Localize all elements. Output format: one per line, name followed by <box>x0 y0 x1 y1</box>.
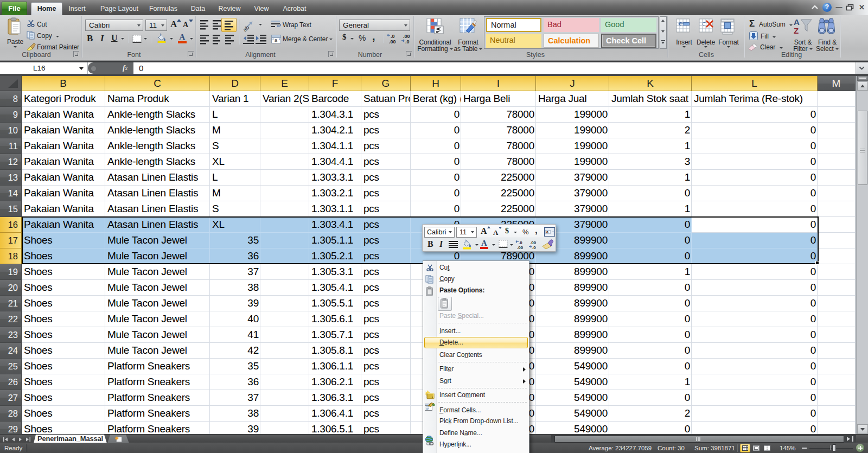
svg-text:.00: .00 <box>517 245 524 250</box>
svg-text:.00: .00 <box>403 34 410 39</box>
svg-text:.0: .0 <box>532 245 536 250</box>
svg-text:.0: .0 <box>519 240 522 245</box>
svg-text:.0: .0 <box>391 34 395 39</box>
svg-text:a: a <box>275 37 277 43</box>
svg-text:.0: .0 <box>405 39 410 44</box>
svg-text:.00: .00 <box>389 39 396 44</box>
svg-text:A: A <box>794 17 800 27</box>
svg-text:Z: Z <box>794 26 799 35</box>
svg-text:.00: .00 <box>530 240 537 245</box>
svg-text:a: a <box>546 230 548 234</box>
